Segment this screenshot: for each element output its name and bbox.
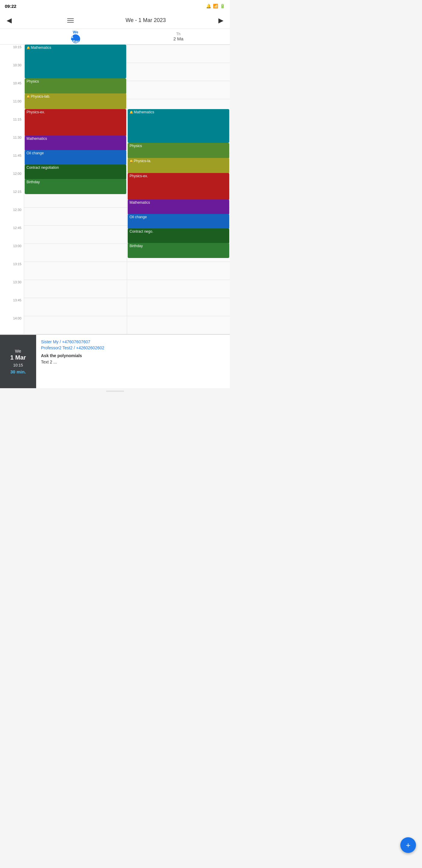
detail-time: 10:15 [13,363,23,367]
calendar-grid: 10:1510:3010:4511:0011:1511:3011:4512:00… [0,44,230,334]
mathematics-event-1-label: Mathematics [31,45,51,50]
hour-line-12 [127,261,230,262]
menu-button[interactable] [64,14,77,27]
detail-day-num: 1 Mar [10,354,26,361]
days-area: 🔔MathematicsPhysics🔔Physics-lab.Physics-… [24,44,230,334]
physics-ex-event-col2-label: Physics-ex. [130,174,148,178]
physics-lab-event-col2[interactable]: 🔔Physics-la. [128,158,229,174]
physics-event-1[interactable]: Physics [25,79,126,94]
birthday-event-col2[interactable]: Birthday [128,243,229,258]
notification-icon: 🔔 [206,4,211,8]
oil-change-event-1-label: Oil change [27,151,44,155]
hour-line-13 [127,280,230,280]
time-slot-1130: 11:30 [0,135,24,153]
battery-icon: 🔋 [220,4,225,8]
time-slot-1330: 13:30 [0,280,24,298]
nav-title: We - 1 Mar 2023 [126,17,166,24]
next-button[interactable]: ▶ [214,14,227,27]
hour-line-16 [24,334,127,334]
detail-card: We 1 Mar 10:15 30 min. Sister My / +4760… [0,334,230,388]
time-slot-1145: 11:45 [0,153,24,171]
time-slot-1300: 13:00 [0,244,24,261]
contract-negotiation-event-1[interactable]: Contract negotiation [25,164,126,180]
detail-contacts[interactable]: Sister My / +47607607607Professor2 Test2… [41,339,225,351]
hour-line-11 [24,244,127,244]
contract-negotiation-event-1-label: Contract negotiation [27,165,59,170]
day-num-thu: 2 Ma [173,36,184,41]
detail-day-name: We [15,349,21,353]
day-header-thu[interactable]: Th 2 Ma [127,29,230,44]
physics-ex-event-1-label: Physics-ex. [27,110,45,114]
menu-line-3 [67,22,74,23]
time-gutter-header [0,29,24,44]
hour-line-15 [127,316,230,316]
menu-line-1 [67,19,74,19]
detail-content: Sister My / +47607607607Professor2 Test2… [36,335,230,388]
day-name-thu: Th [176,32,181,36]
status-bar: 09:22 🔔 📶 🔋 [0,0,230,12]
hour-line-14 [24,298,127,298]
alarm-icon: 🔔 [27,95,30,98]
hour-line-10 [24,225,127,226]
oil-change-event-col2-label: Oil change [130,215,147,219]
hour-line-13 [24,280,127,280]
wifi-icon: 📶 [213,4,218,8]
status-icons: 🔔 📶 🔋 [206,4,225,8]
oil-change-event-1[interactable]: Oil change [25,150,126,165]
prev-button[interactable]: ◀ [2,14,16,27]
physics-ex-event-1[interactable]: Physics-ex. [25,109,126,136]
hour-line-12 [24,261,127,262]
mathematics-event-col2[interactable]: 🔔Mathematics [128,109,229,143]
alarm-icon: 🔔 [130,111,133,114]
day-num-wed: 1 Mar [71,34,80,43]
time-slot-1345: 13:45 [0,298,24,316]
detail-note: Ask the polynomialsText 2 ... [41,352,225,365]
physics-event-col2[interactable]: Physics [128,143,229,158]
contract-neg-event-col2-label: Contract nego. [130,229,153,234]
time-slot-1045: 10:45 [0,81,24,99]
hour-line-15 [24,316,127,316]
mathematics-event-col2-2[interactable]: Mathematics [128,199,229,215]
hour-line-0 [127,44,230,45]
hour-line-3 [127,99,230,99]
scroll-indicator [106,391,124,392]
time-slot-1100: 11:00 [0,99,24,117]
hour-line-2 [127,81,230,81]
birthday-event-1[interactable]: Birthday [25,179,126,194]
mathematics-event-col2-label: Mathematics [134,110,154,114]
day-header-wed[interactable]: We 1 Mar [24,29,127,44]
top-nav: ◀ We - 1 Mar 2023 ▶ [0,12,230,29]
time-slot-1230: 12:30 [0,207,24,225]
time-slot-1215: 12:15 [0,189,24,207]
physics-event-1-label: Physics [27,79,39,84]
detail-duration: 30 min. [10,369,26,374]
physics-lab-event-1-label: Physics-lab. [31,94,50,98]
alarm-icon: 🔔 [27,46,30,50]
day-column-thu: 🔔MathematicsPhysics🔔Physics-la.Physics-e… [127,44,230,334]
menu-line-2 [67,20,74,21]
time-slot-1245: 12:45 [0,225,24,244]
mathematics-event-1[interactable]: 🔔Mathematics [25,44,126,79]
time-slot-1200: 12:00 [0,171,24,189]
time-slot-1315: 13:15 [0,261,24,280]
mathematics-event-2[interactable]: Mathematics [25,135,126,151]
hour-line-9 [24,207,127,208]
mathematics-event-2-label: Mathematics [27,136,47,141]
birthday-event-1-label: Birthday [27,180,40,184]
time-slot-1115: 11:15 [0,117,24,135]
time-slot-1015: 10:15 [0,44,24,63]
detail-date-col: We 1 Mar 10:15 30 min. [0,335,36,388]
physics-ex-event-col2[interactable]: Physics-ex. [128,173,229,200]
hour-line-16 [127,334,230,334]
alarm-icon: 🔔 [130,159,133,163]
oil-change-event-col2[interactable]: Oil change [128,214,229,229]
hour-line-14 [127,298,230,298]
day-header-row: We 1 Mar Th 2 Ma [0,29,230,44]
status-time: 09:22 [5,4,16,9]
physics-lab-event-1[interactable]: 🔔Physics-lab. [25,93,126,109]
birthday-event-col2-label: Birthday [130,244,143,248]
mathematics-event-col2-2-label: Mathematics [130,200,150,205]
time-slot-1400: 14:00 [0,316,24,334]
contract-neg-event-col2[interactable]: Contract nego. [128,228,229,244]
day-column-wed: 🔔MathematicsPhysics🔔Physics-lab.Physics-… [24,44,127,334]
